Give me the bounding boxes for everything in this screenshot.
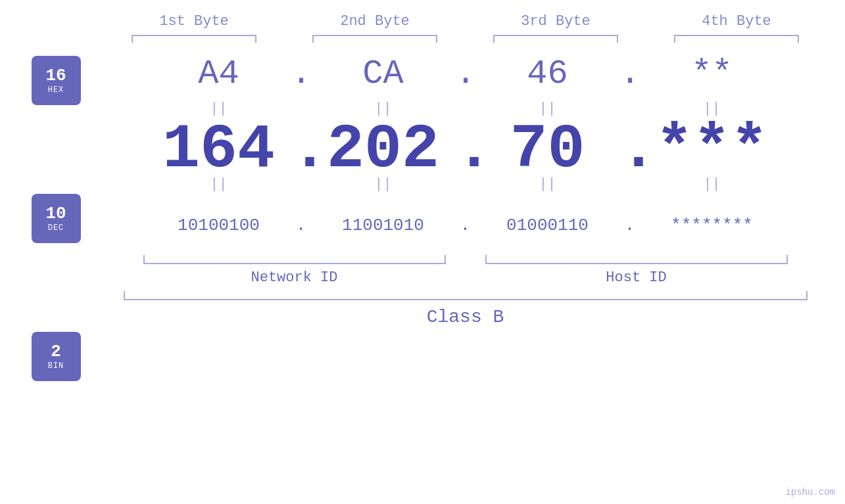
bin-dot-1: . [291,216,311,235]
network-id-section: Network ID [143,255,446,286]
hex-cell-2: CA [311,55,456,93]
hex-dot-1: . [291,55,311,93]
bin-badge: 2 BIN [32,332,81,381]
bin-value-1: 10100100 [178,216,260,235]
dec-badge: 10 DEC [32,194,81,243]
hex-cell-4: ** [640,55,785,93]
main-container: 1st Byte 2nd Byte 3rd Byte 4th Byte 16 H… [0,0,845,504]
dec-data-row: 164 . 202 . 70 . *** [92,125,838,174]
byte4-header: 4th Byte [664,13,809,30]
hex-dot-2: . [456,55,475,93]
bin-badge-label: BIN [48,361,64,371]
byte2-header: 2nd Byte [302,13,447,30]
hex-badge-label: HEX [48,85,64,95]
host-id-label: Host ID [606,269,666,286]
host-bracket [485,255,788,264]
bin-value-3: 01000110 [506,216,589,235]
dec-badge-label: DEC [48,223,64,233]
eq2-sign-3: || [539,176,556,193]
hex-value-4: ** [691,55,732,93]
hex-cell-3: 46 [475,55,620,93]
bracket-1 [132,35,256,43]
eq2-cell-2: || [311,176,456,193]
eq2-cell-4: || [640,176,785,193]
hex-value-1: A4 [198,55,239,93]
hex-badge-num: 16 [45,66,66,85]
bin-value-2: 11001010 [342,216,424,235]
bin-cell-1: 10100100 [147,216,291,235]
bin-cell-2: 11001010 [311,216,456,235]
class-bracket [124,291,808,300]
byte3-header: 3rd Byte [483,13,628,30]
network-bracket [143,255,446,264]
bracket-4 [674,35,799,43]
eq2-cell-1: || [147,176,291,193]
bin-dot-3: . [620,216,640,235]
bin-badge-num: 2 [51,342,61,361]
class-section: Class B [92,291,838,327]
equals-row-2: || || || || [92,174,838,194]
byte-headers-row: 1st Byte 2nd Byte 3rd Byte 4th Byte [104,13,827,30]
byte1-header: 1st Byte [122,13,266,30]
bracket-2 [312,35,437,43]
bin-data-row: 10100100 . 11001010 . 01000110 . *******… [92,200,838,250]
eq2-sign-1: || [210,176,227,193]
hex-value-3: 46 [527,55,567,93]
eq2-cell-3: || [475,176,620,193]
eq2-sign-4: || [703,176,720,193]
bin-dot-2: . [456,216,475,235]
bracket-3 [493,35,618,43]
network-id-label: Network ID [251,269,337,286]
hex-data-row: A4 . CA . 46 . ** [92,49,838,99]
dec-badge-num: 10 [45,204,66,223]
eq2-sign-2: || [374,176,391,193]
bracket-row [104,35,827,43]
watermark: ipshu.com [785,487,835,497]
class-label: Class B [427,307,504,327]
bin-cell-4: ******** [640,216,785,235]
hex-badge: 16 HEX [32,56,81,105]
badges-column: 16 HEX 10 DEC 2 BIN [0,49,92,381]
bin-cell-3: 01000110 [475,216,620,235]
host-id-section: Host ID [485,255,788,286]
hex-value-2: CA [362,55,403,93]
hex-cell-1: A4 [147,55,291,93]
bin-value-4: ******** [671,216,753,235]
hex-dot-3: . [620,55,640,93]
